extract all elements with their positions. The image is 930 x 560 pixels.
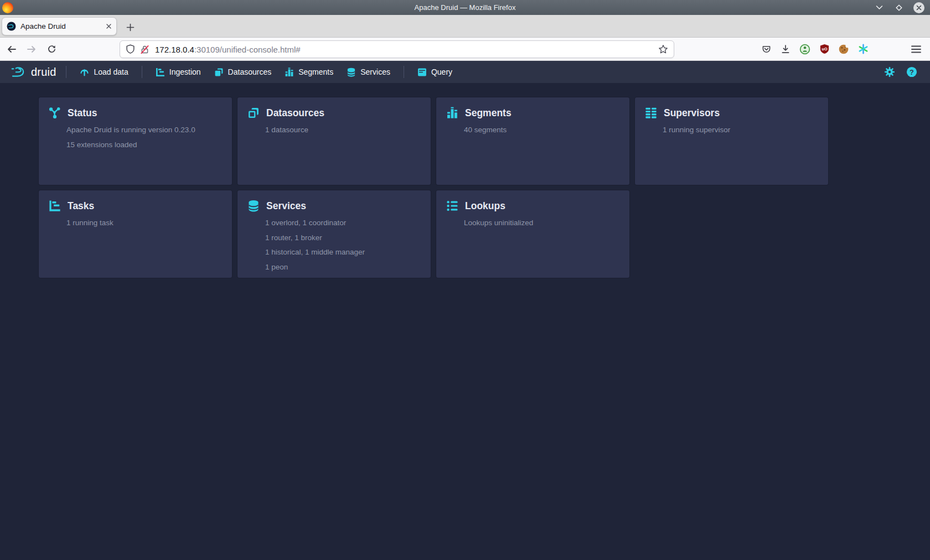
browser-toolbar: 172.18.0.4:30109/unified-console.html# u… xyxy=(0,38,930,61)
card-status[interactable]: Status Apache Druid is running version 0… xyxy=(39,97,232,185)
nav-query-label: Query xyxy=(431,68,452,76)
services-line: 1 overlord, 1 coordinator xyxy=(265,219,421,227)
services-line: 1 historical, 1 middle manager xyxy=(265,248,421,256)
datasource-count-text: 1 datasource xyxy=(265,126,421,134)
tracking-protection-shield-icon[interactable] xyxy=(126,44,135,54)
url-path: :30109/unified-console.html# xyxy=(194,45,301,54)
database-icon xyxy=(347,68,356,77)
segment-count-text: 40 segments xyxy=(464,126,619,134)
status-card-grid: Status Apache Druid is running version 0… xyxy=(39,97,828,278)
card-datasources[interactable]: Datasources 1 datasource xyxy=(237,97,431,185)
insecure-connection-lock-icon[interactable] xyxy=(140,45,149,54)
nav-ingestion[interactable]: Ingestion xyxy=(149,64,208,80)
druid-logo-icon xyxy=(11,64,27,80)
nav-segments-label: Segments xyxy=(298,68,333,76)
url-bar[interactable]: 172.18.0.4:30109/unified-console.html# xyxy=(120,40,674,58)
settings-gear-icon[interactable] xyxy=(882,65,897,79)
home-view: Status Apache Druid is running version 0… xyxy=(0,83,930,560)
browser-tab-bar: Apache Druid xyxy=(0,15,930,38)
lookups-status-text: Lookups uninitialized xyxy=(464,219,619,227)
nav-datasources[interactable]: Datasources xyxy=(208,64,278,80)
url-domain: 172.18.0.4 xyxy=(155,45,194,54)
url-text[interactable]: 172.18.0.4:30109/unified-console.html# xyxy=(155,45,658,54)
nav-services-label: Services xyxy=(360,68,390,76)
stacked-squares-icon xyxy=(247,107,260,119)
cookie-extension-icon[interactable] xyxy=(838,43,850,55)
status-extensions-text: 15 extensions loaded xyxy=(66,141,222,149)
header-divider xyxy=(142,66,142,78)
properties-list-icon xyxy=(446,200,458,212)
druid-favicon xyxy=(7,22,16,31)
ublock-origin-icon[interactable]: uO xyxy=(818,43,830,55)
bookmark-star-icon[interactable] xyxy=(658,44,668,54)
card-title: Lookups xyxy=(465,200,505,212)
services-line: 1 peon xyxy=(265,263,421,271)
nav-datasources-label: Datasources xyxy=(228,68,272,76)
tab-apache-druid[interactable]: Apache Druid xyxy=(2,17,117,35)
svg-text:uO: uO xyxy=(822,47,827,51)
database-icon xyxy=(247,200,260,212)
window-title: Apache Druid — Mozilla Firefox xyxy=(0,3,930,12)
card-title: Tasks xyxy=(68,200,94,212)
firefox-logo-icon xyxy=(2,2,13,13)
stacked-squares-icon xyxy=(214,68,224,77)
nav-ingestion-label: Ingestion xyxy=(169,68,201,76)
card-title: Segments xyxy=(465,107,512,119)
nav-services[interactable]: Services xyxy=(340,64,397,80)
window-maximize-button[interactable] xyxy=(893,2,905,13)
gantt-chart-icon xyxy=(156,68,165,77)
new-tab-button[interactable] xyxy=(121,18,139,36)
upload-icon xyxy=(80,68,89,77)
card-title: Supervisors xyxy=(664,107,720,119)
nav-load-data[interactable]: Load data xyxy=(73,64,135,80)
card-tasks[interactable]: Tasks 1 running task xyxy=(39,190,232,278)
hamburger-menu-icon[interactable] xyxy=(910,43,922,55)
extension-icon-asterisk[interactable] xyxy=(857,43,869,55)
reload-button[interactable] xyxy=(43,41,60,58)
list-columns-icon xyxy=(645,107,657,119)
window-titlebar: Apache Druid — Mozilla Firefox xyxy=(0,0,930,15)
card-supervisors[interactable]: Supervisors 1 running supervisor xyxy=(635,97,828,185)
druid-console-header: druid Load data Ingestion Datasources xyxy=(0,61,930,83)
card-lookups[interactable]: Lookups Lookups uninitialized xyxy=(436,190,629,278)
help-icon[interactable]: ? xyxy=(905,65,919,79)
query-console-icon xyxy=(417,68,427,77)
downloads-icon[interactable] xyxy=(779,43,792,55)
stacked-bar-chart-icon xyxy=(446,107,458,119)
window-minimize-button[interactable] xyxy=(874,2,885,13)
tab-title: Apache Druid xyxy=(20,22,106,30)
header-divider xyxy=(404,66,404,78)
back-button[interactable] xyxy=(3,41,20,58)
graph-icon xyxy=(49,107,61,119)
card-segments[interactable]: Segments 40 segments xyxy=(436,97,629,185)
header-divider xyxy=(66,66,66,78)
status-version-text: Apache Druid is running version 0.23.0 xyxy=(66,126,222,134)
druid-logo[interactable]: druid xyxy=(8,64,59,80)
extension-icon-green[interactable] xyxy=(799,43,811,55)
card-title: Services xyxy=(266,200,306,212)
card-title: Datasources xyxy=(266,107,324,119)
card-title: Status xyxy=(68,107,97,119)
nav-query[interactable]: Query xyxy=(411,64,459,80)
gantt-chart-icon xyxy=(49,200,61,212)
services-line: 1 router, 1 broker xyxy=(265,234,421,242)
supervisor-count-text: 1 running supervisor xyxy=(663,126,818,134)
nav-load-data-label: Load data xyxy=(94,68,128,76)
pocket-icon[interactable] xyxy=(760,43,772,55)
svg-text:?: ? xyxy=(910,68,914,76)
card-services[interactable]: Services 1 overlord, 1 coordinator 1 rou… xyxy=(237,190,431,278)
druid-brand-text: druid xyxy=(31,66,56,79)
tab-close-button[interactable] xyxy=(106,23,112,29)
window-close-button[interactable] xyxy=(913,2,924,13)
forward-button[interactable] xyxy=(23,41,40,58)
task-count-text: 1 running task xyxy=(66,219,222,227)
stacked-bar-chart-icon xyxy=(285,68,294,77)
nav-segments[interactable]: Segments xyxy=(278,64,340,80)
